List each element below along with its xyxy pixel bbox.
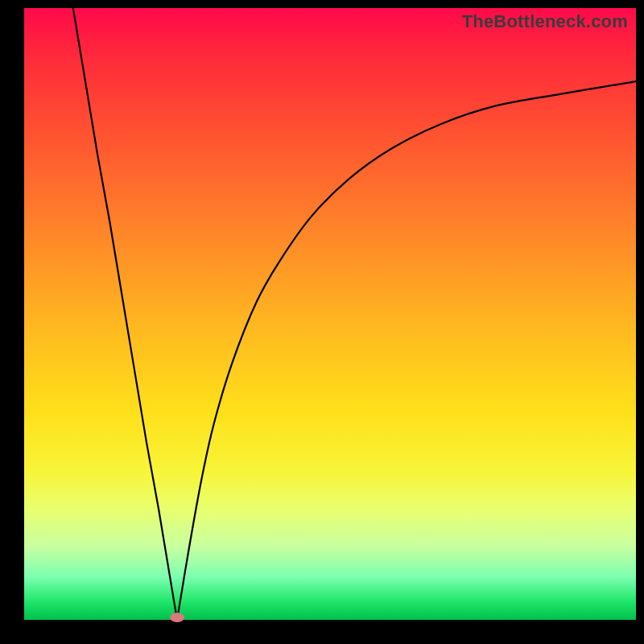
chart-stage: TheBottleneck.com	[0, 0, 644, 644]
bottleneck-curve	[24, 8, 636, 620]
curve-path	[73, 8, 636, 620]
minimum-marker	[170, 613, 184, 622]
plot-area: TheBottleneck.com	[24, 8, 636, 620]
